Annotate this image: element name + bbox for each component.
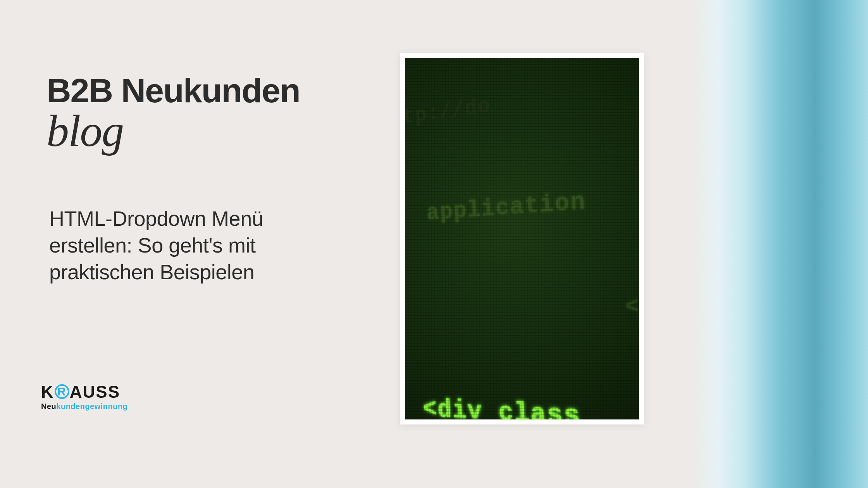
logo-sub-neu: Neu (41, 402, 56, 411)
logo-text-before: K (41, 383, 54, 400)
logo-main: K R AUSS (41, 383, 127, 400)
code-line: <div class (408, 391, 639, 419)
logo-sub-rest: kundengewinnung (56, 402, 127, 411)
code-line: ttp://do (405, 66, 639, 134)
background-gradient-right (692, 0, 868, 488)
code-text-overlay: ttp://do application </d <div class lass… (405, 58, 639, 419)
logo-r-circle-icon: R (55, 384, 69, 399)
code-screenshot-frame: ttp://do application </d <div class lass… (400, 53, 644, 424)
blog-heading-block: B2B Neukunden blog (46, 74, 300, 151)
logo-subtitle: Neukundengewinnung (41, 402, 127, 411)
heading-main: B2B Neukunden (46, 74, 300, 108)
brand-logo: K R AUSS Neukundengewinnung (41, 383, 127, 411)
heading-sub: blog (46, 111, 300, 151)
code-line: application (405, 176, 639, 231)
article-title: HTML-Dropdown Menü erstellen: So geht's … (49, 205, 332, 285)
logo-text-after: AUSS (70, 383, 120, 400)
code-line: </d (405, 291, 639, 324)
code-screenshot-image: ttp://do application </d <div class lass… (405, 58, 639, 419)
